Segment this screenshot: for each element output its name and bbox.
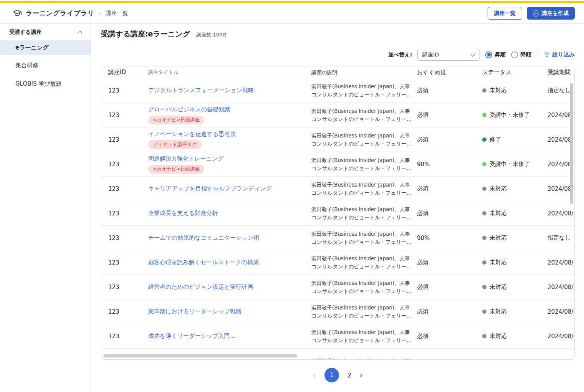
sidebar-item-elearning[interactable]: eラーニング bbox=[0, 40, 91, 55]
recommend-cell: 必須 bbox=[417, 283, 482, 291]
status-cell: 未対応 bbox=[482, 308, 548, 315]
course-id-cell: 123 bbox=[101, 284, 148, 291]
course-description-cell: 浜田敬子(Business Insider Japan)、人事コンサルタントのピ… bbox=[311, 328, 417, 344]
course-id-cell: 123 bbox=[101, 210, 148, 217]
course-title-link[interactable]: 問題解決力強化トレーニング bbox=[148, 155, 311, 162]
status-cell: 未対応 bbox=[482, 210, 548, 217]
status-label: 未対応 bbox=[490, 308, 507, 315]
status-dot-icon bbox=[482, 285, 486, 289]
course-id-cell: 123 bbox=[101, 87, 148, 94]
period-cell: 2024/08/ bbox=[548, 284, 574, 291]
col-header-course-id: 講座ID bbox=[101, 69, 148, 76]
radio-selected-icon bbox=[485, 51, 492, 58]
table-row: 123キャリアアップを目指すセルフブランディング浜田敬子(Business In… bbox=[101, 177, 574, 201]
course-title-link[interactable]: 顧客心理を読み解くセールストークの構築 bbox=[148, 259, 311, 266]
page-2-button[interactable]: 2 bbox=[347, 372, 351, 379]
course-id-cell: 123 bbox=[101, 161, 148, 168]
prev-page-button[interactable]: ‹ bbox=[313, 372, 316, 379]
course-title-link[interactable]: チームでの効果的なコミュニケーション術 bbox=[148, 234, 311, 241]
course-title-link[interactable]: デジタルトランスフォーメーション戦略 bbox=[148, 87, 311, 94]
course-id-cell: 123 bbox=[101, 136, 148, 143]
col-header-description: 講座の説明 bbox=[311, 68, 417, 76]
course-title-cell: 成功を導くリーダーシップ入門… bbox=[148, 332, 311, 340]
next-page-button[interactable]: › bbox=[360, 372, 363, 379]
course-description-cell: 浜田敬子(Business Insider Japan)、人事コンサルタントのピ… bbox=[311, 205, 417, 222]
chevron-down-icon bbox=[470, 52, 475, 57]
course-description-cell: 浜田敬子(Business Insider Japan)、人事コンサルタントのピ… bbox=[311, 230, 417, 246]
status-label: 未対応 bbox=[490, 283, 507, 291]
sort-asc-radio[interactable]: 昇順 bbox=[485, 51, 506, 58]
sort-desc-radio[interactable]: 降順 bbox=[511, 51, 531, 58]
course-title-cell: グローバルビジネスの基礎知識<カオナビ>日経講座 bbox=[148, 106, 311, 124]
course-table: 講座ID 講座タイトル 講座の説明 おすすめ度 ステータス 受講期間 123デジ… bbox=[101, 66, 575, 360]
course-title-link[interactable]: キャリアアップを目指すセルフブランディング bbox=[148, 185, 311, 192]
status-label: 修了 bbox=[490, 136, 501, 143]
status-cell: 修了 bbox=[482, 136, 548, 143]
status-cell: 受講中・未修了 bbox=[482, 160, 548, 168]
course-title-cell: 経営者のためのビジョン設定と実行計画 bbox=[148, 283, 311, 291]
recommend-cell: 90% bbox=[417, 161, 482, 168]
course-description-cell: 浜田敬子(Business Insider Japan)、人事コンサルタントのピ… bbox=[311, 279, 417, 295]
course-title-cell: 顧客心理を読み解くセールストークの構築 bbox=[148, 259, 311, 266]
sidebar-item-globis[interactable]: GLOBIS 学び放題 bbox=[0, 75, 91, 92]
recommend-cell: 必須 bbox=[417, 308, 482, 315]
col-header-course-title: 講座タイトル bbox=[148, 69, 311, 76]
graduation-cap-icon bbox=[13, 9, 22, 17]
period-cell: 2024/08/ bbox=[548, 259, 574, 266]
course-title-cell: 企業成長を支える財務分析 bbox=[148, 210, 311, 217]
course-list-button[interactable]: 講座一覧 bbox=[488, 7, 522, 20]
create-course-button[interactable]: + 講座を作成 bbox=[527, 7, 575, 20]
status-cell: 未対応 bbox=[482, 332, 548, 340]
status-dot-icon bbox=[482, 334, 486, 338]
recommend-cell: 必須 bbox=[417, 259, 482, 266]
course-description-cell: 浜田敬子(Business Insider Japan)、人事 bbox=[311, 357, 417, 360]
course-title-cell: デジタルトランスフォーメーション戦略 bbox=[148, 87, 311, 94]
status-cell: 未対応 bbox=[482, 283, 548, 291]
course-description-cell: 浜田敬子(Business Insider Japan)、人事コンサルタントのピ… bbox=[311, 132, 417, 148]
course-title-link[interactable]: 変革期におけるリーダーシップ戦略 bbox=[148, 308, 311, 315]
recommend-cell: 必須 bbox=[417, 87, 482, 94]
course-tag-badge: <カオナビ>日経講座 bbox=[148, 165, 204, 174]
course-id-cell: 123 bbox=[101, 235, 148, 241]
course-title-link[interactable]: グローバルビジネスの基礎知識 bbox=[148, 106, 311, 113]
pagination: ‹ 1 2 › bbox=[101, 368, 575, 382]
course-id-cell: 123 bbox=[101, 112, 148, 119]
table-row: 123問題解決力強化トレーニング<カオナビ>日経講座浜田敬子(Business … bbox=[101, 152, 574, 177]
page-1-button[interactable]: 1 bbox=[324, 368, 339, 382]
status-label: 受講中・未修了 bbox=[490, 111, 530, 119]
sidebar-section-courses[interactable]: 受講する講座 bbox=[0, 24, 91, 40]
status-cell: 未対応 bbox=[482, 87, 548, 94]
period-cell: 2024/08/ bbox=[548, 210, 574, 217]
sidebar-item-group-training[interactable]: 集合研修 bbox=[0, 57, 91, 74]
status-dot-icon bbox=[482, 187, 486, 191]
filter-button[interactable]: 絞り込み bbox=[544, 51, 575, 58]
status-dot-icon bbox=[482, 260, 486, 265]
sort-field-select[interactable]: 講座ID bbox=[417, 49, 480, 61]
status-cell: 受講中・未修了 bbox=[482, 111, 548, 119]
course-title-cell: イノベーションを促進する思考法プリセット講座タグ bbox=[148, 131, 311, 149]
plus-circle-icon: + bbox=[533, 10, 539, 17]
table-body: 123デジタルトランスフォーメーション戦略浜田敬子(Business Insid… bbox=[101, 78, 574, 360]
status-dot-icon bbox=[482, 309, 486, 314]
brand[interactable]: ラーニングライブラリ bbox=[13, 9, 94, 18]
course-title-link[interactable]: イノベーションを促進する思考法 bbox=[148, 131, 311, 138]
recommend-cell: 必須 bbox=[417, 332, 482, 340]
course-title-link[interactable]: 成功を導くリーダーシップ入門… bbox=[148, 332, 311, 340]
course-id-cell: 123 bbox=[101, 185, 148, 192]
course-description-cell: 浜田敬子(Business Insider Japan)、人事コンサルタントのピ… bbox=[311, 181, 417, 197]
course-title-cell: チームでの効果的なコミュニケーション術 bbox=[148, 234, 311, 241]
vertical-scrollbar[interactable] bbox=[570, 83, 573, 204]
table-row: 123変革期におけるリーダーシップ戦略浜田敬子(Business Insider… bbox=[101, 299, 574, 324]
status-label: 未対応 bbox=[490, 332, 507, 340]
course-title-link[interactable]: 経営者のためのビジョン設定と実行計画 bbox=[148, 283, 311, 291]
col-header-status: ステータス bbox=[482, 69, 548, 76]
recommend-cell: 必須 bbox=[417, 210, 482, 217]
app-header: ラーニングライブラリ › 講座一覧 講座一覧 + 講座を作成 bbox=[0, 3, 584, 24]
horizontal-scrollbar[interactable] bbox=[103, 354, 297, 357]
status-dot-icon bbox=[482, 211, 486, 215]
table-header-row: 講座ID 講座タイトル 講座の説明 おすすめ度 ステータス 受講期間 bbox=[101, 66, 574, 78]
radio-unselected-icon bbox=[511, 51, 518, 58]
course-title-link[interactable]: 企業成長を支える財務分析 bbox=[148, 210, 311, 217]
divider bbox=[538, 51, 538, 59]
breadcrumb-current: 講座一覧 bbox=[106, 10, 128, 17]
